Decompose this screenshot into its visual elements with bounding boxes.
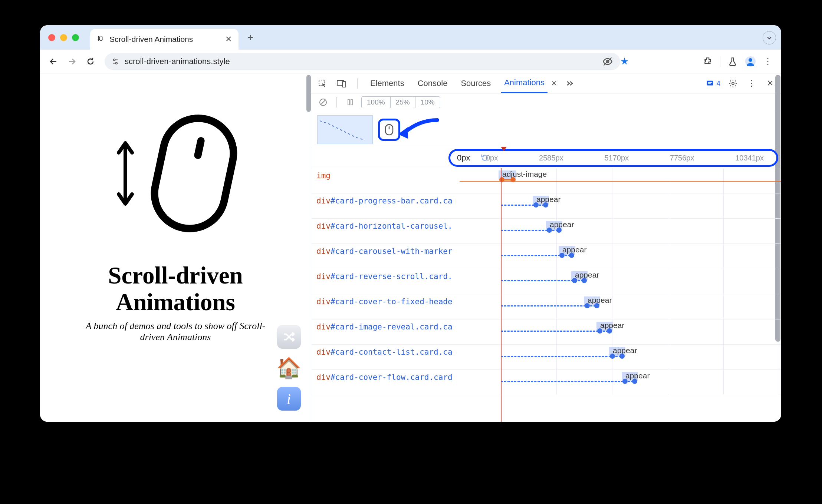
address-bar[interactable]: scroll-driven-animations.style	[105, 53, 620, 70]
forward-button[interactable]	[65, 55, 79, 68]
track-lane[interactable]: appear	[460, 294, 781, 319]
track-lane[interactable]: adjust-image	[460, 168, 781, 193]
page-heading: Scroll-driven Animations	[108, 262, 243, 315]
inspect-icon[interactable]	[316, 77, 328, 89]
kebab-icon[interactable]: ⋮	[746, 77, 757, 89]
maximize-window-button[interactable]	[72, 34, 79, 41]
animation-track[interactable]: div#card-carousel-with-markerappear	[311, 244, 781, 269]
keyframe-end[interactable]	[510, 177, 516, 182]
playhead-icon[interactable]	[501, 147, 507, 152]
tab-animations-close[interactable]: ✕	[551, 79, 557, 87]
track-lane[interactable]: appear	[460, 193, 781, 218]
close-window-button[interactable]	[48, 34, 55, 41]
minimize-window-button[interactable]	[60, 34, 67, 41]
tab-console[interactable]: Console	[415, 73, 451, 93]
animation-group-thumb[interactable]	[317, 115, 373, 144]
svg-rect-24	[348, 100, 349, 105]
reload-button[interactable]	[84, 55, 97, 68]
svg-marker-28	[398, 127, 408, 139]
track-lane[interactable]: appear	[460, 345, 781, 369]
shuffle-button[interactable]	[277, 325, 301, 349]
track-lane[interactable]: appear	[460, 244, 781, 269]
clear-animations-icon[interactable]	[317, 96, 329, 108]
tab-title: Scroll-driven Animations	[109, 35, 193, 44]
keyframe-start[interactable]	[559, 253, 565, 258]
heading-line1: Scroll-driven	[108, 262, 243, 289]
device-toolbar-icon[interactable]	[336, 77, 348, 89]
track-lane[interactable]: appear	[460, 219, 781, 243]
issues-chip[interactable]: 4	[706, 79, 720, 87]
new-tab-button[interactable]: +	[241, 29, 259, 46]
speed-25[interactable]: 25%	[391, 97, 415, 108]
info-button[interactable]: i	[277, 387, 301, 411]
menu-button[interactable]: ⋮	[763, 56, 772, 67]
extensions-icon[interactable]	[703, 57, 713, 66]
keyframe-end[interactable]	[632, 379, 637, 384]
keyframe-start[interactable]	[572, 278, 577, 283]
window-controls	[48, 34, 79, 41]
tab-elements[interactable]: Elements	[367, 73, 407, 93]
pause-icon[interactable]	[344, 96, 356, 108]
devtools-tabbar: Elements Console Sources Animations ✕ 4 …	[311, 73, 781, 93]
animation-track[interactable]: imgadjust-image	[311, 168, 781, 193]
tab-close-button[interactable]: ✕	[225, 34, 232, 44]
keyframe-start[interactable]	[597, 328, 602, 334]
animation-bar[interactable]	[501, 280, 583, 281]
tab-animations[interactable]: Animations	[501, 73, 548, 93]
animation-track[interactable]: div#card-cover-to-fixed-headeappear	[311, 294, 781, 319]
devtools-close-icon[interactable]: ✕	[764, 77, 776, 89]
animation-track[interactable]: div#card-image-reveal.card.caappear	[311, 319, 781, 345]
experiments-icon[interactable]	[728, 57, 737, 66]
ruler-highlight: 0px 0px 2585px 5170px 7756px 10341px	[448, 149, 778, 167]
animations-toolbar: 100% 25% 10%	[311, 93, 781, 111]
keyframe-start[interactable]	[547, 228, 552, 233]
browser-tab[interactable]: Scroll-driven Animations ✕	[90, 29, 239, 50]
page-viewport[interactable]: Scroll-driven Animations A bunch of demo…	[40, 73, 311, 422]
animation-track[interactable]: div#card-reverse-scroll.card.appear	[311, 269, 781, 294]
gridlines	[460, 193, 781, 218]
settings-icon[interactable]	[727, 77, 739, 89]
profile-button[interactable]	[745, 56, 756, 67]
animation-name: appear	[588, 296, 612, 305]
animation-bar[interactable]	[501, 381, 634, 382]
track-lane[interactable]: appear	[460, 319, 781, 344]
track-lane[interactable]: appear	[460, 370, 781, 395]
keyframe-start[interactable]	[533, 202, 539, 208]
animation-track[interactable]: div#card-contact-list.card.caappear	[311, 345, 781, 370]
animation-track[interactable]: div#card-cover-flow.card.cardappear	[311, 370, 781, 395]
keyframe-end[interactable]	[569, 253, 574, 258]
track-lane[interactable]: appear	[460, 269, 781, 294]
ruler-current: 0px	[457, 153, 470, 163]
animation-name: appear	[550, 220, 574, 229]
gridlines	[460, 244, 781, 269]
keyframe-end[interactable]	[594, 303, 599, 308]
animation-track[interactable]: div#card-horizontal-carousel.appear	[311, 219, 781, 244]
animation-bar[interactable]	[501, 356, 621, 357]
speed-segmented[interactable]: 100% 25% 10%	[361, 96, 440, 108]
keyframe-end[interactable]	[582, 278, 587, 283]
back-button[interactable]	[47, 55, 60, 68]
keyframe-start[interactable]	[585, 303, 590, 308]
keyframe-end[interactable]	[556, 228, 562, 233]
keyframe-start[interactable]	[622, 379, 628, 384]
svg-rect-17	[342, 82, 346, 87]
animation-bar[interactable]	[501, 331, 608, 332]
keyframe-end[interactable]	[543, 202, 548, 208]
page-scrollbar[interactable]	[306, 75, 311, 112]
keyframe-end[interactable]	[619, 354, 625, 359]
keyframe-end[interactable]	[607, 328, 612, 334]
eye-off-icon[interactable]	[602, 56, 613, 67]
keyframe-start[interactable]	[610, 354, 615, 359]
speed-100[interactable]: 100%	[362, 97, 391, 108]
home-emoji[interactable]: 🏠	[276, 356, 301, 379]
animation-bar[interactable]	[501, 305, 596, 306]
site-settings-icon[interactable]	[111, 57, 119, 66]
tabs-dropdown-button[interactable]	[763, 31, 776, 44]
speed-10[interactable]: 10%	[415, 97, 440, 108]
tab-sources[interactable]: Sources	[458, 73, 494, 93]
more-tabs-icon[interactable]	[564, 77, 576, 89]
keyframe-start[interactable]	[499, 177, 504, 182]
track-selector: div#card-contact-list.card.ca	[311, 345, 460, 369]
bookmark-star-icon[interactable]: ★	[620, 56, 629, 67]
animation-track[interactable]: div#card-progress-bar.card.caappear	[311, 193, 781, 219]
